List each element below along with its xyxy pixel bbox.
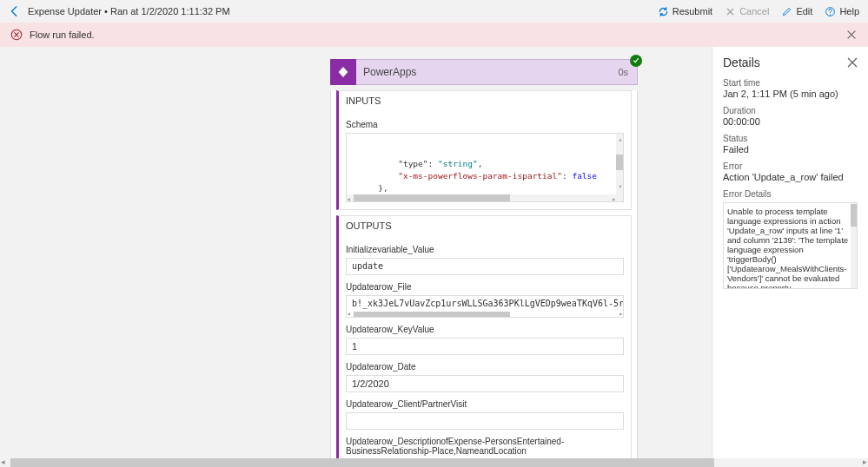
success-badge xyxy=(630,55,642,67)
flow-run-title: Expense Updater • Ran at 1/2/2020 1:11:3… xyxy=(28,6,230,16)
error-circle-icon xyxy=(10,29,23,41)
run-at-time: 1/2/2020 1:11:32 PM xyxy=(141,6,229,16)
error-label: Error xyxy=(723,161,858,171)
error-v-scrollbar[interactable] xyxy=(851,203,857,288)
duration-label: Duration xyxy=(723,106,858,115)
output-value[interactable]: 1 xyxy=(346,338,624,355)
error-scroll-thumb[interactable] xyxy=(851,204,857,227)
start-time-value: Jan 2, 1:11 PM (5 min ago) xyxy=(723,89,858,99)
edit-button[interactable]: Edit xyxy=(781,6,812,17)
output-label: Initializevariable_Value xyxy=(346,245,624,254)
schema-h-scrollbar[interactable]: ◂ ▸ xyxy=(347,194,616,201)
inputs-heading: INPUTS xyxy=(339,91,631,109)
help-icon xyxy=(825,6,836,17)
output-h-scrollbar[interactable]: ◂▸ xyxy=(347,312,616,318)
page-scroll-right-icon[interactable]: ▸ xyxy=(863,457,867,466)
scroll-right-icon[interactable]: ▸ xyxy=(612,194,616,202)
help-button[interactable]: Help xyxy=(825,6,859,17)
cancel-button: Cancel xyxy=(725,6,769,17)
error-value: Action 'Update_a_row' failed xyxy=(723,172,858,182)
flow-name: Expense Updater xyxy=(28,6,102,16)
error-details-label: Error Details xyxy=(723,189,858,199)
h-scroll-thumb[interactable] xyxy=(354,194,510,201)
status-label: Status xyxy=(723,134,858,143)
output-label: Updatearow_Date xyxy=(346,362,624,372)
resubmit-button[interactable]: Resubmit xyxy=(658,6,712,17)
card-title: PowerApps xyxy=(363,66,416,78)
page-scroll-thumb[interactable] xyxy=(10,458,714,467)
details-panel: Details Start time Jan 2, 1:11 PM (5 min… xyxy=(712,47,868,458)
schema-v-scrollbar[interactable]: ▴ ▾ xyxy=(616,134,623,201)
scroll-down-icon[interactable]: ▾ xyxy=(619,181,622,193)
details-close-icon[interactable] xyxy=(847,57,858,68)
status-value: Failed xyxy=(723,144,858,155)
output-label: Updatearow_File xyxy=(346,282,624,292)
schema-label: Schema xyxy=(346,120,624,129)
duration-value: 00:00:00 xyxy=(723,116,858,127)
schema-textbox[interactable]: "type": "string", "x-ms-powerflows-param… xyxy=(346,133,624,202)
fail-banner: Flow run failed. xyxy=(0,23,868,47)
scroll-left-icon[interactable]: ◂ xyxy=(347,194,351,202)
fail-banner-text: Flow run failed. xyxy=(30,30,95,40)
output-label: Updatearow_KeyValue xyxy=(346,325,624,334)
v-scroll-thumb[interactable] xyxy=(616,155,623,170)
error-details-box[interactable]: Unable to process template language expr… xyxy=(723,202,858,289)
outputs-heading: OUTPUTS xyxy=(339,216,631,234)
output-value[interactable]: update xyxy=(346,258,624,275)
pencil-icon xyxy=(781,6,792,17)
run-at-prefix: Ran at xyxy=(110,6,138,16)
start-time-label: Start time xyxy=(723,78,858,88)
page-scroll-left-icon[interactable]: ◂ xyxy=(1,457,5,466)
output-value[interactable] xyxy=(346,412,624,430)
output-label: Updatearow_DescriptionofExpense-PersonsE… xyxy=(346,437,624,456)
x-icon xyxy=(725,6,736,17)
powerapps-icon xyxy=(330,59,356,85)
output-value[interactable]: b!_xk3JeL7vUavZcp1ursWLLSGa363PKlLgVEDp9… xyxy=(346,295,624,318)
outputs-section: OUTPUTS Initializevariable_ValueupdateUp… xyxy=(336,215,632,458)
output-value[interactable]: 1/2/2020 xyxy=(346,375,624,392)
close-icon[interactable] xyxy=(845,29,858,41)
trigger-card: PowerApps 0s INPUTS Schema "type": "stri… xyxy=(330,59,638,458)
flow-canvas[interactable]: PowerApps 0s INPUTS Schema "type": "stri… xyxy=(0,47,712,458)
help-label: Help xyxy=(839,6,859,16)
card-header[interactable]: PowerApps 0s xyxy=(330,59,638,85)
error-details-text: Unable to process template language expr… xyxy=(727,207,848,289)
card-duration: 0s xyxy=(618,67,628,77)
page-h-scrollbar[interactable]: ◂ ▸ xyxy=(0,458,868,467)
resubmit-label: Resubmit xyxy=(673,6,712,16)
inputs-section: INPUTS Schema "type": "string", "x-ms-po… xyxy=(336,90,632,210)
output-label: Updatearow_Client/PartnerVisit xyxy=(346,399,624,409)
cancel-label: Cancel xyxy=(739,6,769,16)
scroll-up-icon[interactable]: ▴ xyxy=(619,134,622,146)
details-title: Details xyxy=(723,56,760,69)
top-bar: Expense Updater • Ran at 1/2/2020 1:11:3… xyxy=(0,0,868,23)
refresh-icon xyxy=(658,6,669,17)
back-arrow-icon[interactable] xyxy=(9,5,21,17)
edit-label: Edit xyxy=(796,6,812,16)
